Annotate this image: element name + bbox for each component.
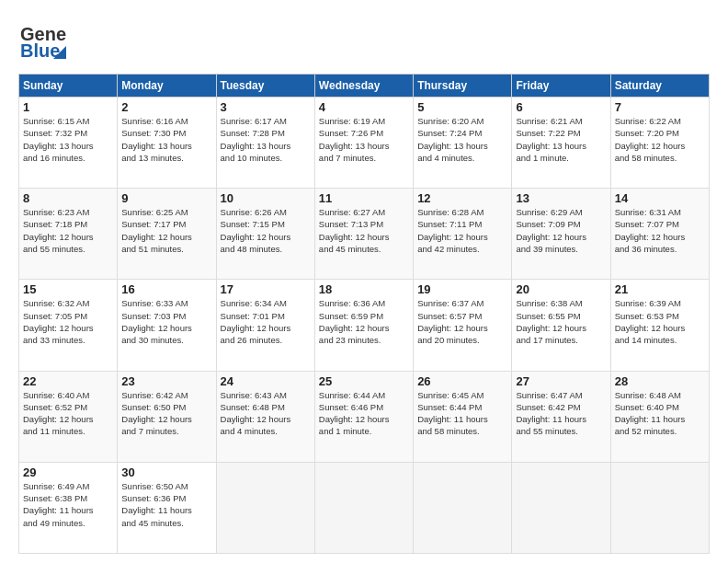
day-number: 9 [121, 191, 211, 205]
calendar-cell: 10Sunrise: 6:26 AM Sunset: 7:15 PM Dayli… [216, 189, 314, 280]
day-number: 27 [516, 374, 606, 388]
day-info: Sunrise: 6:32 AM Sunset: 7:05 PM Dayligh… [23, 297, 113, 346]
day-info: Sunrise: 6:39 AM Sunset: 6:53 PM Dayligh… [615, 297, 705, 346]
calendar-cell: 1Sunrise: 6:15 AM Sunset: 7:32 PM Daylig… [19, 98, 118, 189]
calendar-week-row: 29Sunrise: 6:49 AM Sunset: 6:38 PM Dayli… [19, 462, 710, 553]
day-info: Sunrise: 6:36 AM Sunset: 6:59 PM Dayligh… [319, 297, 409, 346]
day-info: Sunrise: 6:16 AM Sunset: 7:30 PM Dayligh… [121, 115, 211, 164]
calendar-cell: 29Sunrise: 6:49 AM Sunset: 6:38 PM Dayli… [19, 462, 118, 553]
calendar-cell: 6Sunrise: 6:21 AM Sunset: 7:22 PM Daylig… [512, 98, 610, 189]
calendar-cell: 28Sunrise: 6:48 AM Sunset: 6:40 PM Dayli… [610, 371, 709, 462]
day-number: 3 [221, 100, 311, 114]
calendar-cell: 5Sunrise: 6:20 AM Sunset: 7:24 PM Daylig… [414, 98, 512, 189]
day-number: 14 [615, 191, 705, 205]
calendar-cell: 24Sunrise: 6:43 AM Sunset: 6:48 PM Dayli… [216, 371, 314, 462]
day-number: 13 [516, 191, 606, 205]
calendar-cell: 14Sunrise: 6:31 AM Sunset: 7:07 PM Dayli… [610, 189, 709, 280]
day-info: Sunrise: 6:22 AM Sunset: 7:20 PM Dayligh… [615, 115, 705, 164]
day-number: 23 [121, 374, 211, 388]
calendar-cell: 23Sunrise: 6:42 AM Sunset: 6:50 PM Dayli… [118, 371, 216, 462]
day-info: Sunrise: 6:42 AM Sunset: 6:50 PM Dayligh… [121, 389, 211, 438]
calendar-cell: 3Sunrise: 6:17 AM Sunset: 7:28 PM Daylig… [216, 98, 314, 189]
weekday-header-tuesday: Tuesday [216, 75, 314, 98]
day-number: 5 [417, 100, 507, 114]
day-number: 4 [319, 100, 409, 114]
calendar-cell: 13Sunrise: 6:29 AM Sunset: 7:09 PM Dayli… [512, 189, 610, 280]
calendar-cell: 26Sunrise: 6:45 AM Sunset: 6:44 PM Dayli… [414, 371, 512, 462]
weekday-header-monday: Monday [118, 75, 216, 98]
day-number: 16 [121, 282, 211, 296]
calendar-cell: 9Sunrise: 6:25 AM Sunset: 7:17 PM Daylig… [118, 189, 216, 280]
calendar-cell: 21Sunrise: 6:39 AM Sunset: 6:53 PM Dayli… [610, 280, 709, 371]
day-info: Sunrise: 6:45 AM Sunset: 6:44 PM Dayligh… [417, 389, 507, 438]
day-number: 2 [121, 100, 211, 114]
calendar-cell [216, 462, 314, 553]
calendar-table: SundayMondayTuesdayWednesdayThursdayFrid… [18, 74, 710, 554]
day-info: Sunrise: 6:21 AM Sunset: 7:22 PM Dayligh… [516, 115, 606, 164]
day-number: 1 [23, 100, 113, 114]
day-number: 18 [319, 282, 409, 296]
calendar-cell [610, 462, 709, 553]
day-info: Sunrise: 6:19 AM Sunset: 7:26 PM Dayligh… [319, 115, 409, 164]
day-number: 29 [23, 465, 113, 479]
header: General Blue [18, 17, 710, 64]
day-number: 10 [221, 191, 311, 205]
logo-icon: General Blue [18, 17, 66, 64]
calendar-week-row: 22Sunrise: 6:40 AM Sunset: 6:52 PM Dayli… [19, 371, 710, 462]
day-number: 8 [23, 191, 113, 205]
day-info: Sunrise: 6:25 AM Sunset: 7:17 PM Dayligh… [121, 206, 211, 255]
day-number: 21 [615, 282, 705, 296]
day-number: 15 [23, 282, 113, 296]
day-info: Sunrise: 6:23 AM Sunset: 7:18 PM Dayligh… [23, 206, 113, 255]
calendar-cell [414, 462, 512, 553]
day-number: 11 [319, 191, 409, 205]
day-number: 30 [121, 465, 211, 479]
day-info: Sunrise: 6:28 AM Sunset: 7:11 PM Dayligh… [417, 206, 507, 255]
calendar-cell: 27Sunrise: 6:47 AM Sunset: 6:42 PM Dayli… [512, 371, 610, 462]
weekday-header-sunday: Sunday [19, 75, 118, 98]
day-info: Sunrise: 6:40 AM Sunset: 6:52 PM Dayligh… [23, 389, 113, 438]
calendar-cell: 7Sunrise: 6:22 AM Sunset: 7:20 PM Daylig… [610, 98, 709, 189]
calendar-cell [314, 462, 413, 553]
calendar-week-row: 1Sunrise: 6:15 AM Sunset: 7:32 PM Daylig… [19, 98, 710, 189]
calendar-cell [512, 462, 610, 553]
day-info: Sunrise: 6:38 AM Sunset: 6:55 PM Dayligh… [516, 297, 606, 346]
weekday-header-wednesday: Wednesday [314, 75, 413, 98]
day-number: 28 [615, 374, 705, 388]
day-info: Sunrise: 6:33 AM Sunset: 7:03 PM Dayligh… [121, 297, 211, 346]
logo: General Blue [18, 17, 70, 64]
day-info: Sunrise: 6:26 AM Sunset: 7:15 PM Dayligh… [221, 206, 311, 255]
day-info: Sunrise: 6:49 AM Sunset: 6:38 PM Dayligh… [23, 480, 113, 529]
calendar-cell: 8Sunrise: 6:23 AM Sunset: 7:18 PM Daylig… [19, 189, 118, 280]
day-info: Sunrise: 6:34 AM Sunset: 7:01 PM Dayligh… [221, 297, 311, 346]
day-number: 20 [516, 282, 606, 296]
day-info: Sunrise: 6:20 AM Sunset: 7:24 PM Dayligh… [417, 115, 507, 164]
calendar-cell: 19Sunrise: 6:37 AM Sunset: 6:57 PM Dayli… [414, 280, 512, 371]
weekday-header-thursday: Thursday [414, 75, 512, 98]
calendar-cell: 12Sunrise: 6:28 AM Sunset: 7:11 PM Dayli… [414, 189, 512, 280]
day-info: Sunrise: 6:47 AM Sunset: 6:42 PM Dayligh… [516, 389, 606, 438]
day-info: Sunrise: 6:29 AM Sunset: 7:09 PM Dayligh… [516, 206, 606, 255]
day-info: Sunrise: 6:43 AM Sunset: 6:48 PM Dayligh… [221, 389, 311, 438]
calendar-cell: 4Sunrise: 6:19 AM Sunset: 7:26 PM Daylig… [314, 98, 413, 189]
day-info: Sunrise: 6:44 AM Sunset: 6:46 PM Dayligh… [319, 389, 409, 438]
calendar-week-row: 8Sunrise: 6:23 AM Sunset: 7:18 PM Daylig… [19, 189, 710, 280]
calendar-cell: 22Sunrise: 6:40 AM Sunset: 6:52 PM Dayli… [19, 371, 118, 462]
weekday-header-row: SundayMondayTuesdayWednesdayThursdayFrid… [19, 75, 710, 98]
day-number: 17 [221, 282, 311, 296]
calendar-cell: 20Sunrise: 6:38 AM Sunset: 6:55 PM Dayli… [512, 280, 610, 371]
calendar-cell: 11Sunrise: 6:27 AM Sunset: 7:13 PM Dayli… [314, 189, 413, 280]
weekday-header-friday: Friday [512, 75, 610, 98]
calendar-cell: 16Sunrise: 6:33 AM Sunset: 7:03 PM Dayli… [118, 280, 216, 371]
day-number: 12 [417, 191, 507, 205]
calendar-cell: 30Sunrise: 6:50 AM Sunset: 6:36 PM Dayli… [118, 462, 216, 553]
day-number: 24 [221, 374, 311, 388]
day-info: Sunrise: 6:48 AM Sunset: 6:40 PM Dayligh… [615, 389, 705, 438]
day-number: 22 [23, 374, 113, 388]
calendar-cell: 17Sunrise: 6:34 AM Sunset: 7:01 PM Dayli… [216, 280, 314, 371]
weekday-header-saturday: Saturday [610, 75, 709, 98]
day-number: 25 [319, 374, 409, 388]
day-info: Sunrise: 6:37 AM Sunset: 6:57 PM Dayligh… [417, 297, 507, 346]
calendar-cell: 25Sunrise: 6:44 AM Sunset: 6:46 PM Dayli… [314, 371, 413, 462]
day-info: Sunrise: 6:31 AM Sunset: 7:07 PM Dayligh… [615, 206, 705, 255]
